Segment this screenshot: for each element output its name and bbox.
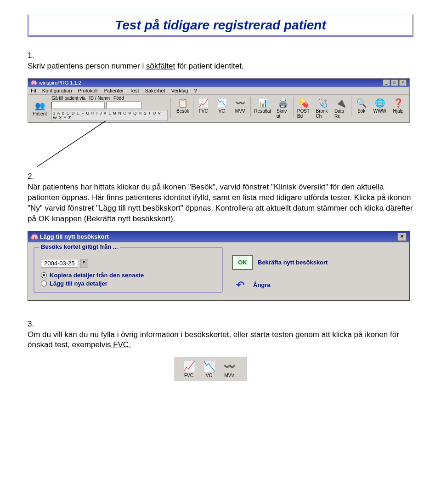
- step3-text: Om du vill kan du nu fylla i övrig infor…: [28, 330, 399, 349]
- toolbar-button-label: Resultat: [254, 109, 271, 114]
- menu-sakerhet[interactable]: Säkerhet: [145, 88, 165, 93]
- chevron-down-icon[interactable]: ▼: [80, 259, 88, 268]
- bronk-ch-icon: 🩺: [316, 97, 329, 109]
- search-fields: Gå till patient via ID / Namn Född 1 A B…: [51, 96, 168, 121]
- radio-selected-icon: [41, 272, 47, 278]
- menu-verktyg[interactable]: Verktyg: [171, 88, 188, 93]
- radio-new-label: Lägg till nya detaljer: [50, 280, 107, 287]
- mini-button-mvv[interactable]: 〰️MVV: [219, 359, 239, 379]
- toolbar-button-label: Bronk Ch: [316, 109, 329, 119]
- toolbar-button-label: Skriv ut: [277, 109, 289, 119]
- app-title: winspiroPRO 1.1.2: [39, 80, 81, 86]
- toolbar-button-label: Hjälp: [393, 109, 404, 114]
- alphabet-filter[interactable]: 1 A B C D E F G H I J K L M N O P Q R S …: [51, 110, 168, 121]
- step1-link: sökfältet: [146, 62, 175, 70]
- mini-button-vc[interactable]: 📉VC: [199, 359, 219, 379]
- toolbar-button-label: VC: [219, 109, 225, 114]
- vc-icon: 📉: [201, 360, 217, 373]
- radio-copy-label: Kopiera detaljer från den senaste: [50, 272, 144, 279]
- vc-icon: 📉: [215, 97, 228, 109]
- label-ga: Gå till patient via: [51, 96, 85, 101]
- toolbar-button-sök[interactable]: 🔍Sök: [352, 97, 371, 120]
- svg-line-0: [37, 121, 106, 167]
- ok-row: OK Bekräfta nytt besökskort: [232, 255, 328, 270]
- step2-text: När patientens har hittats klickar du på…: [28, 183, 413, 223]
- undo-row: ↶ Ångra: [232, 278, 328, 292]
- minimize-icon[interactable]: _: [383, 80, 390, 86]
- step3-num: 3.: [28, 320, 34, 328]
- patient-button-label: Patient: [33, 111, 47, 116]
- toolbar-button-mvv[interactable]: 〰️MVV: [231, 97, 249, 120]
- label-fodd: Född: [113, 96, 124, 101]
- step2: 2. När patientens har hittats klickar du…: [28, 172, 413, 224]
- skriv-ut-icon: 🖨️: [277, 97, 289, 109]
- toolbar-button-vc[interactable]: 📉VC: [213, 97, 231, 120]
- fodd-input[interactable]: [107, 102, 141, 109]
- menu-protokoll[interactable]: Protokoll: [78, 88, 98, 93]
- toolbar-button-label: Besök: [176, 109, 189, 114]
- patient-button[interactable]: 👥 Patient: [30, 99, 50, 117]
- ok-button[interactable]: OK: [232, 255, 253, 270]
- ok-caption: Bekräfta nytt besökskort: [258, 259, 328, 266]
- toolbar-button-besök[interactable]: 📋Besök: [174, 97, 192, 120]
- menu-bar[interactable]: Fil Konfiguration Protokoll Patienter Te…: [28, 87, 409, 95]
- app-icon: 🫁: [31, 80, 37, 86]
- menu-konfiguration[interactable]: Konfiguration: [42, 88, 72, 93]
- validity-groupbox: Besöks kortet giltigt från ... 2004-03-2…: [34, 247, 223, 293]
- mini-button-fvc[interactable]: 📈FVC: [179, 359, 199, 379]
- radio-copy-details[interactable]: Kopiera detaljer från den senaste: [41, 272, 215, 279]
- menu-help[interactable]: ?: [194, 88, 197, 93]
- page-title-frame: Test på tidigare registrerad patient: [28, 14, 413, 37]
- page-title: Test på tidigare registrerad patient: [34, 18, 407, 33]
- window-buttons[interactable]: _ □ ×: [383, 80, 407, 86]
- mvv-icon: 〰️: [221, 360, 237, 373]
- www-icon: 🌐: [373, 97, 386, 109]
- toolbar-button-resultat[interactable]: 📊Resultat: [251, 97, 274, 120]
- toolbar-button-bronk-ch[interactable]: 🩺Bronk Ch: [313, 97, 332, 120]
- data-rc-icon: 🔌: [334, 97, 347, 109]
- toolbar-button-label: MVV: [235, 109, 245, 114]
- mini-button-label: FVC: [184, 373, 193, 378]
- toolbar-button-fvc[interactable]: 📈FVC: [194, 97, 213, 120]
- menu-patienter[interactable]: Patienter: [103, 88, 124, 93]
- close-icon[interactable]: ×: [399, 80, 407, 86]
- menu-test[interactable]: Test: [130, 88, 139, 93]
- undo-caption: Ångra: [253, 281, 271, 288]
- groupbox-legend: Besöks kortet giltigt från ...: [39, 243, 120, 250]
- date-value: 2004-03-25: [41, 259, 78, 268]
- step2-num: 2.: [28, 172, 34, 181]
- mini-button-label: VC: [206, 373, 212, 378]
- step3-link: FVC.: [111, 340, 130, 349]
- toolbar-button-label: WWW: [373, 109, 386, 114]
- id-name-input[interactable]: [51, 102, 105, 109]
- toolbar-button-skriv-ut[interactable]: 🖨️Skriv ut: [274, 97, 292, 120]
- toolbar-button-label: POST Bd: [297, 109, 311, 119]
- toolbar-button-label: Data Rc: [334, 109, 347, 119]
- app-toolbar-screenshot: 🫁 winspiroPRO 1.1.2 _ □ × Fil Konfigurat…: [28, 78, 410, 123]
- resultat-icon: 📊: [256, 97, 269, 109]
- step1-num: 1.: [28, 51, 34, 60]
- mini-button-label: MVV: [224, 373, 234, 378]
- toolbar-row: 👥 Patient Gå till patient via ID / Namn …: [28, 95, 409, 122]
- maximize-icon[interactable]: □: [391, 80, 398, 86]
- toolbar-button-hjälp[interactable]: ❓Hjälp: [389, 97, 407, 120]
- dialog-title-text: Lägg till nytt besökskort: [40, 233, 109, 240]
- dialog-icon: 🫁: [31, 233, 38, 240]
- step3: 3. Om du vill kan du nu fylla i övrig in…: [28, 319, 413, 351]
- toolbar-button-label: Sök: [357, 109, 365, 114]
- mvv-icon: 〰️: [234, 97, 247, 109]
- step1-text-b: för patient identitet.: [175, 62, 243, 70]
- undo-button[interactable]: ↶: [232, 278, 249, 292]
- radio-new-details[interactable]: Lägg till nya detaljer: [41, 280, 215, 287]
- dialog-screenshot: 🫁 Lägg till nytt besökskort × Besöks kor…: [28, 231, 410, 301]
- menu-fil[interactable]: Fil: [31, 88, 36, 93]
- dialog-titlebar: 🫁 Lägg till nytt besökskort ×: [28, 231, 409, 242]
- toolbar-button-data-rc[interactable]: 🔌Data Rc: [332, 97, 350, 120]
- toolbar-button-label: FVC: [199, 109, 208, 114]
- besök-icon: 📋: [176, 97, 189, 109]
- post-bd-icon: 💊: [297, 97, 310, 109]
- dialog-close-icon[interactable]: ×: [397, 233, 407, 241]
- toolbar-button-www[interactable]: 🌐WWW: [371, 97, 389, 120]
- toolbar-button-post-bd[interactable]: 💊POST Bd: [294, 97, 313, 120]
- date-picker[interactable]: 2004-03-25 ▼: [41, 259, 215, 268]
